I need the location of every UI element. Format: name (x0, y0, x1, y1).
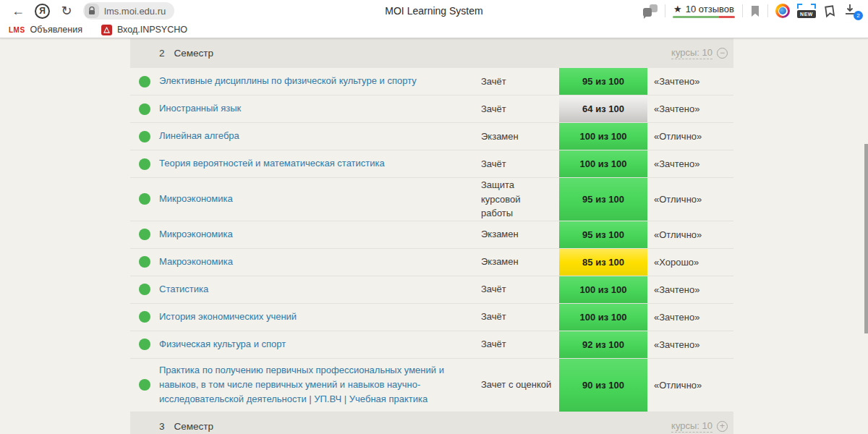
course-link[interactable]: История экономических учений (159, 304, 481, 331)
course-row: Элективные дисциплины по физической куль… (130, 68, 733, 95)
url-text[interactable]: lms.moi.edu.ru (104, 6, 166, 17)
bookmark-item-announcements[interactable]: LMS Объявления (9, 25, 82, 35)
control-type: Зачёт (481, 150, 559, 177)
status-dot (139, 103, 150, 115)
courses-count-label[interactable]: курсы: 10 (671, 420, 712, 433)
back-button[interactable]: ← (7, 1, 29, 20)
control-type: Зачёт (481, 276, 559, 303)
control-type: Экзамен (481, 221, 559, 248)
course-link[interactable]: Микроэкономика (159, 221, 481, 248)
new-badge: NEW (797, 10, 816, 18)
divider (742, 4, 743, 17)
lms-favicon: LMS (9, 26, 25, 34)
course-link[interactable]: Иностранный язык (159, 95, 481, 122)
vertical-scrollbar[interactable] (864, 144, 868, 333)
grade-text: «Хорошо» (647, 249, 733, 276)
download-icon[interactable]: 2 (843, 3, 861, 19)
lock-icon[interactable] (85, 4, 99, 18)
score-badge: 95 из 100 (559, 178, 647, 221)
bookmark-item-inpsycho[interactable]: Вход.INPSYCHO (101, 25, 187, 35)
course-link[interactable]: Теория вероятностей и математическая ста… (159, 150, 481, 177)
course-link[interactable]: Физическая культура и спорт (159, 331, 481, 358)
bookmark-label: Объявления (30, 25, 82, 35)
browser-toolbar: ← Я ↻ lms.moi.edu.ru MOI Learning System… (0, 0, 868, 22)
course-link[interactable]: Макроэкономика (159, 249, 481, 276)
reload-button[interactable]: ↻ (56, 1, 77, 20)
grade-text: «Отлично» (647, 123, 733, 150)
divider (665, 4, 665, 17)
grade-text: «Зачтено» (647, 304, 733, 331)
status-dot (139, 193, 150, 205)
bookmarks-bar: LMS Объявления Вход.INPSYCHO (0, 22, 868, 38)
course-row: История экономических учений Зачёт 100 и… (130, 304, 733, 331)
course-link[interactable]: Статистика (159, 276, 481, 303)
status-dot (139, 158, 150, 170)
course-row: Микроэкономика Экзамен 95 из 100 «Отличн… (130, 221, 733, 249)
status-dot (139, 284, 150, 295)
score-badge: 90 из 100 (559, 359, 647, 412)
grades-table: 2 Семестр курсы: 10 − Элективные дисципл… (130, 38, 733, 434)
control-type: Зачет с оценкой (481, 359, 559, 412)
score-badge: 100 из 100 (559, 276, 647, 303)
status-dot (139, 76, 150, 88)
rating-bar (673, 16, 735, 18)
yandex-browser-icon[interactable]: Я (35, 4, 50, 19)
screenshot-new-icon[interactable]: NEW (797, 4, 816, 18)
status-dot (139, 229, 150, 240)
divider (767, 4, 768, 17)
address-bar[interactable]: lms.moi.edu.ru (83, 2, 174, 20)
course-row: Иностранный язык Зачёт 64 из 100 «Зачтен… (130, 95, 733, 123)
bookmark-label: Вход.INPSYCHO (117, 25, 187, 35)
grade-text: «Отлично» (647, 221, 733, 248)
inpsycho-favicon (101, 25, 112, 35)
semester-2-header: 2 Семестр курсы: 10 − (130, 38, 733, 68)
control-type: Защита курсовой работы (481, 178, 559, 221)
course-link[interactable]: Линейная алгебра (159, 123, 481, 150)
bookmark-flag-icon[interactable] (750, 5, 760, 17)
course-link[interactable]: Микроэкономика (159, 178, 481, 221)
control-type: Экзамен (481, 249, 559, 276)
score-badge: 100 из 100 (559, 304, 647, 331)
extension-icon[interactable] (775, 4, 790, 18)
browser-chrome: ← Я ↻ lms.moi.edu.ru MOI Learning System… (0, 0, 868, 38)
grade-text: «Зачтено» (647, 276, 733, 303)
course-row: Статистика Зачёт 100 из 100 «Зачтено» (130, 276, 733, 304)
star-icon: ★ (673, 4, 682, 14)
semester-2-collapse-control[interactable]: курсы: 10 − (671, 47, 728, 59)
course-row: Линейная алгебра Экзамен 100 из 100 «Отл… (130, 123, 733, 150)
semester-label: Семестр (174, 421, 214, 432)
translate-icon[interactable] (643, 4, 658, 17)
courses-count-label[interactable]: курсы: 10 (671, 47, 712, 59)
semester-3-expand-control[interactable]: курсы: 10 + (671, 420, 728, 433)
collections-icon[interactable] (823, 4, 836, 18)
site-rating-widget[interactable]: ★ 10 отзывов (673, 4, 735, 18)
control-type: Зачёт (481, 331, 559, 358)
score-badge: 64 из 100 (559, 95, 647, 122)
score-badge: 100 из 100 (559, 150, 647, 177)
score-badge: 85 из 100 (559, 249, 647, 276)
collapse-icon[interactable]: − (717, 48, 728, 59)
status-dot (139, 311, 150, 323)
score-badge: 95 из 100 (559, 221, 647, 248)
status-dot (139, 339, 150, 350)
expand-icon[interactable]: + (717, 421, 728, 432)
semester-number: 2 (159, 48, 165, 59)
status-dot (139, 379, 150, 391)
status-dot (139, 256, 150, 268)
reviews-count-label: 10 отзывов (686, 4, 734, 14)
course-link[interactable]: Практика по получению первичных професси… (159, 359, 481, 412)
grade-text: «Зачтено» (647, 68, 733, 95)
course-row: Практика по получению первичных професси… (130, 359, 733, 412)
control-type: Экзамен (481, 123, 559, 150)
control-type: Зачёт (481, 68, 559, 95)
status-dot (139, 131, 150, 142)
download-count-badge: 2 (854, 11, 863, 20)
grade-text: «Зачтено» (647, 150, 733, 177)
course-link[interactable]: Элективные дисциплины по физической куль… (159, 68, 481, 95)
grade-text: «Отлично» (647, 359, 733, 412)
course-row: Микроэкономика Защита курсовой работы 95… (130, 178, 733, 221)
grade-text: «Зачтено» (647, 95, 733, 122)
semester-number: 3 (159, 421, 165, 432)
course-row: Макроэкономика Экзамен 85 из 100 «Хорошо… (130, 249, 733, 276)
score-badge: 100 из 100 (559, 123, 647, 150)
